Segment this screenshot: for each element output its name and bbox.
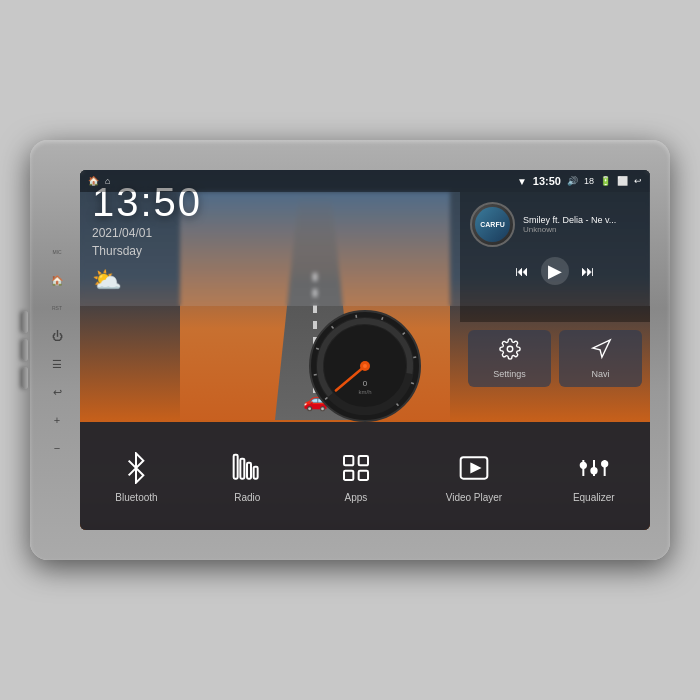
svg-rect-23 bbox=[254, 467, 258, 479]
status-time: 13:50 bbox=[533, 175, 561, 187]
back-icon[interactable]: ↩ bbox=[48, 383, 66, 401]
apps-label: Apps bbox=[345, 492, 368, 503]
navi-label: Navi bbox=[591, 369, 609, 379]
window-icon[interactable]: ⬜ bbox=[617, 176, 628, 186]
navi-icon bbox=[590, 338, 612, 365]
home-icon[interactable]: 🏠 bbox=[48, 271, 66, 289]
side-button-1[interactable] bbox=[22, 311, 28, 333]
rst-label: RST bbox=[48, 299, 66, 317]
screen: 🏠 ⌂ ▼ 13:50 🔊 18 🔋 ⬜ ↩ 🚗 bbox=[80, 170, 650, 530]
svg-text:km/h: km/h bbox=[358, 389, 371, 395]
screen-bezel: 🏠 ⌂ ▼ 13:50 🔊 18 🔋 ⬜ ↩ 🚗 bbox=[80, 170, 650, 530]
power-icon[interactable]: ⏻ bbox=[48, 327, 66, 345]
apps-icon bbox=[337, 449, 375, 487]
status-bar-left: 🏠 ⌂ bbox=[88, 176, 110, 186]
weather-icon: ⛅ bbox=[92, 266, 122, 294]
home-status-icon[interactable]: 🏠 bbox=[88, 176, 99, 186]
apps-nav-item[interactable]: Apps bbox=[325, 443, 387, 509]
battery-icon: 🔋 bbox=[600, 176, 611, 186]
bluetooth-nav-item[interactable]: Bluetooth bbox=[103, 443, 169, 509]
status-bar: 🏠 ⌂ ▼ 13:50 🔊 18 🔋 ⬜ ↩ bbox=[80, 170, 650, 192]
bluetooth-label: Bluetooth bbox=[115, 492, 157, 503]
music-panel: CARFU Smiley ft. Delia - Ne v... Unknown… bbox=[460, 192, 650, 322]
side-button-3[interactable] bbox=[22, 367, 28, 389]
side-button-2[interactable] bbox=[22, 339, 28, 361]
radio-nav-item[interactable]: Radio bbox=[216, 443, 278, 509]
settings-button[interactable]: Settings bbox=[468, 330, 551, 387]
vol-up-icon[interactable]: + bbox=[48, 411, 66, 429]
svg-marker-29 bbox=[471, 464, 479, 472]
svg-rect-27 bbox=[359, 471, 368, 480]
svg-rect-22 bbox=[247, 463, 251, 479]
home2-status-icon[interactable]: ⌂ bbox=[105, 176, 110, 186]
vol-down-icon[interactable]: − bbox=[48, 439, 66, 457]
mic-label: MIC bbox=[48, 243, 66, 261]
side-buttons bbox=[22, 311, 28, 389]
bottom-nav-bar: Bluetooth Radio bbox=[80, 422, 650, 530]
svg-point-18 bbox=[507, 346, 513, 352]
svg-rect-26 bbox=[344, 471, 353, 480]
svg-rect-20 bbox=[234, 455, 238, 479]
equalizer-label: Equalizer bbox=[573, 492, 615, 503]
svg-point-15 bbox=[363, 364, 367, 368]
svg-rect-21 bbox=[241, 459, 245, 479]
play-button[interactable]: ▶ bbox=[541, 257, 569, 285]
wifi-icon: ▼ bbox=[517, 176, 527, 187]
music-title: Smiley ft. Delia - Ne v... bbox=[523, 215, 640, 225]
video-player-nav-item[interactable]: Video Player bbox=[434, 443, 515, 509]
radio-icon bbox=[228, 449, 266, 487]
bluetooth-icon bbox=[117, 449, 155, 487]
navi-button[interactable]: Navi bbox=[559, 330, 642, 387]
video-player-label: Video Player bbox=[446, 492, 503, 503]
prev-button[interactable]: ⏮ bbox=[515, 263, 529, 279]
speedometer: 0 km/h bbox=[305, 306, 425, 426]
settings-label: Settings bbox=[493, 369, 526, 379]
svg-text:0: 0 bbox=[363, 379, 368, 388]
equalizer-icon bbox=[575, 449, 613, 487]
music-details: Smiley ft. Delia - Ne v... Unknown bbox=[523, 215, 640, 234]
svg-marker-19 bbox=[592, 340, 609, 357]
menu-icon[interactable]: ☰ bbox=[48, 355, 66, 373]
speedometer-svg: 0 km/h bbox=[305, 306, 425, 426]
volume-icon: 🔊 bbox=[567, 176, 578, 186]
album-art: CARFU bbox=[470, 202, 515, 247]
device: MIC 🏠 RST ⏻ ☰ ↩ + − 🏠 ⌂ ▼ 13:50 🔊 18 bbox=[30, 140, 670, 560]
music-info-area: CARFU Smiley ft. Delia - Ne v... Unknown bbox=[470, 202, 640, 247]
device-side-icons: MIC 🏠 RST ⏻ ☰ ↩ + − bbox=[48, 243, 66, 457]
album-logo: CARFU bbox=[475, 207, 510, 242]
equalizer-nav-item[interactable]: Equalizer bbox=[561, 443, 627, 509]
video-player-icon bbox=[455, 449, 493, 487]
status-bar-right: ▼ 13:50 🔊 18 🔋 ⬜ ↩ bbox=[517, 175, 642, 187]
music-controls: ⏮ ▶ ⏭ bbox=[470, 257, 640, 285]
quick-actions-row: Settings Navi bbox=[460, 322, 650, 395]
battery-level: 18 bbox=[584, 176, 594, 186]
radio-label: Radio bbox=[234, 492, 260, 503]
music-artist: Unknown bbox=[523, 225, 640, 234]
next-button[interactable]: ⏭ bbox=[581, 263, 595, 279]
svg-rect-24 bbox=[344, 456, 353, 465]
settings-icon bbox=[499, 338, 521, 365]
album-logo-text: CARFU bbox=[480, 221, 505, 228]
back-status-icon[interactable]: ↩ bbox=[634, 176, 642, 186]
svg-rect-25 bbox=[359, 456, 368, 465]
